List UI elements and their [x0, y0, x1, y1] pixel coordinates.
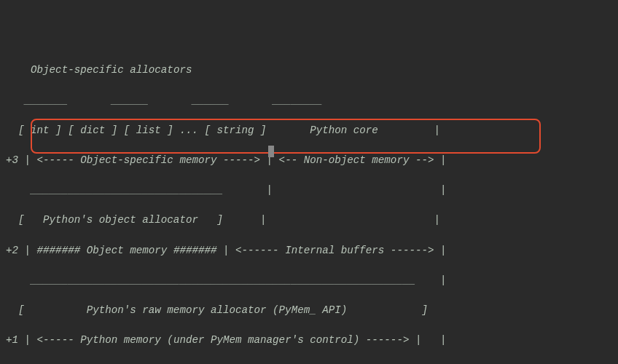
- title-text: Object-specific allocators: [31, 64, 192, 76]
- row-plus3-top: _______ ______ ______ ________: [0, 93, 618, 108]
- row-plus2-top: _______________________________ | |: [0, 183, 618, 198]
- row-plus2-body: +2 | ####### Object memory ####### | <--…: [0, 243, 618, 258]
- text-cursor: [268, 146, 274, 157]
- row-plus1-top: ________________________________________…: [0, 273, 618, 288]
- row-plus2-header: [ Python's object allocator ] | |: [0, 213, 618, 228]
- row-plus1-body: +1 | <----- Python memory (under PyMem m…: [0, 333, 618, 348]
- row-plus3-body: +3 | <----- Object-specific memory -----…: [0, 153, 618, 168]
- row-plus1-header: [ Python's raw memory allocator (PyMem_ …: [0, 303, 618, 318]
- row-plus3-boxes: [ int ] [ dict ] [ list ] ... [ string ]…: [0, 123, 618, 138]
- title: Object-specific allocators: [0, 63, 618, 78]
